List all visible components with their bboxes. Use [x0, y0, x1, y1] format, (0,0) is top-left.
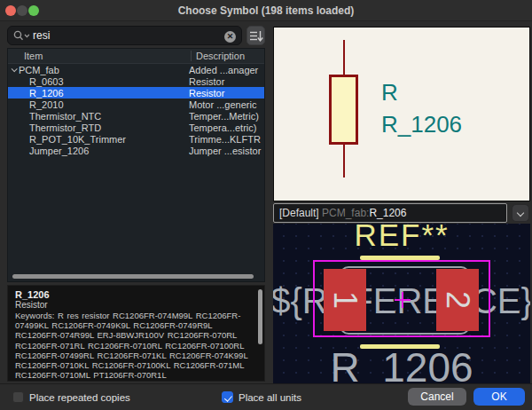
tree-item-label: Jumper_1206: [29, 146, 89, 156]
clear-search-icon[interactable]: ✕: [224, 31, 236, 43]
details-keywords: Keywords: R res resistor RC1206FR-074M99…: [15, 311, 257, 380]
footprint-preview: REF** ${REFERENCE} 1 2 R_1206: [273, 224, 530, 383]
details-subtitle: Resistor: [15, 300, 257, 310]
place-repeated-copies-checkbox[interactable]: Place repeated copies: [12, 391, 130, 403]
pad-1: 1: [324, 269, 366, 331]
footprint-select-dropdown-button[interactable]: [512, 204, 529, 222]
resistor-body: [329, 75, 358, 145]
search-input[interactable]: ✕: [7, 26, 242, 45]
tree-item-label: R_1206: [29, 88, 64, 99]
tree-item-label: Thermistor_RTD: [29, 122, 101, 133]
table-row[interactable]: PCM_fab Added ...anager: [8, 64, 264, 75]
chevron-down-icon: [517, 209, 524, 217]
checkbox-label: Place all units: [239, 392, 301, 403]
tree-item-label: R_2010: [29, 99, 64, 110]
footprint-select-default: [Default]: [279, 207, 322, 219]
tree-header[interactable]: Item Description: [8, 49, 264, 64]
symbol-preview: R R_1206: [273, 27, 530, 201]
footprint-name-text: R_1206: [330, 346, 473, 383]
tree-item-label: R_POT_10K_Trimmer: [29, 134, 126, 145]
symbol-value: R_1206: [381, 111, 462, 138]
symbol-reference: R: [381, 79, 398, 106]
table-row[interactable]: Thermistor_RTD Tempera...etric): [8, 122, 264, 133]
tree-item-description: Resistor: [189, 76, 264, 87]
tree-item-description: Jumper ...esistor: [189, 146, 264, 156]
tree-item-description: Motor ...generic: [189, 99, 264, 110]
tree-item-description: Added ...anager: [189, 65, 264, 75]
footprint-select[interactable]: [Default] PCM_fab:R_1206: [273, 203, 507, 223]
search-icon: [13, 30, 33, 42]
table-row[interactable]: R_POT_10K_Trimmer Trimme...KLFTR: [8, 133, 264, 145]
symbol-details-panel: R_1206 Resistor Keywords: R res resistor…: [7, 285, 265, 382]
sort-icon: [250, 30, 263, 43]
table-row[interactable]: R_0603 Resistor: [8, 75, 264, 87]
vertical-scrollbar[interactable]: [258, 289, 262, 344]
table-row[interactable]: Thermistor_NTC Temper...Metric): [8, 110, 264, 122]
column-separator[interactable]: [191, 51, 192, 61]
table-row[interactable]: R_2010 Motor ...generic: [8, 99, 264, 110]
pad-1-number: 1: [329, 291, 361, 309]
tree-item-description: Trimme...KLFTR: [189, 134, 264, 145]
symbol-pin-bottom: [343, 144, 345, 177]
ok-button[interactable]: OK: [473, 388, 525, 406]
tree-body: PCM_fab Added ...anager R_0603 Resistor …: [8, 64, 264, 156]
horizontal-scrollbar[interactable]: [12, 274, 254, 279]
details-title: R_1206: [15, 289, 257, 300]
column-header-item[interactable]: Item: [24, 51, 43, 61]
footprint-ref-text: REF**: [273, 224, 530, 250]
title-bar: Choose Symbol (198 items loaded): [0, 0, 532, 21]
table-row[interactable]: R_1206 Resistor: [8, 87, 264, 99]
symbol-pin-top: [343, 40, 345, 75]
tree-item-label: R_0603: [29, 76, 64, 87]
cancel-button[interactable]: Cancel: [408, 388, 466, 406]
place-all-units-checkbox[interactable]: Place all units: [222, 391, 301, 403]
symbol-tree: Item Description PCM_fab Added ...anager…: [7, 48, 265, 282]
tree-item-label: Thermistor_NTC: [29, 111, 101, 122]
pad-2: 2: [436, 269, 479, 331]
footprint-select-name: R_1206: [369, 207, 406, 219]
chevron-down-icon[interactable]: [8, 67, 19, 72]
sort-options-button[interactable]: [246, 26, 265, 45]
pad-2-number: 2: [442, 291, 473, 309]
checkbox-box[interactable]: [222, 391, 233, 403]
footprint-select-lib: PCM_fab:: [322, 207, 369, 219]
column-header-description[interactable]: Description: [196, 51, 245, 61]
window-title: Choose Symbol (198 items loaded): [0, 4, 532, 17]
table-row[interactable]: Jumper_1206 Jumper ...esistor: [8, 145, 264, 156]
checkbox-box[interactable]: [12, 391, 24, 403]
checkbox-label: Place repeated copies: [29, 392, 130, 403]
tree-item-description: Tempera...etric): [189, 122, 264, 133]
anchor-crosshair: [402, 292, 403, 308]
search-text-input[interactable]: [33, 27, 210, 44]
tree-item-description: Resistor: [189, 88, 264, 99]
tree-item-description: Temper...Metric): [189, 111, 264, 122]
tree-item-label: PCM_fab: [19, 65, 59, 75]
